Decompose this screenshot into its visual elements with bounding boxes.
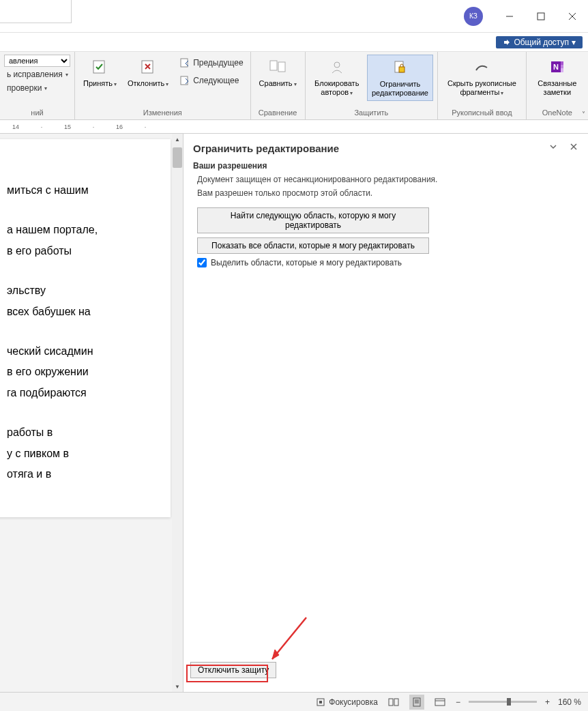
focus-icon — [315, 697, 326, 708]
hide-ink-button[interactable]: Скрыть рукописные фрагменты — [442, 55, 522, 100]
document-page[interactable]: миться с нашим а нашем портале,в его раб… — [0, 139, 171, 517]
onenote-group-label: OneNote — [531, 108, 584, 118]
show-markup-item[interactable]: ь исправления — [4, 68, 70, 81]
web-layout-view[interactable] — [432, 695, 447, 710]
print-layout-view[interactable] — [409, 695, 424, 710]
show-all-regions-button[interactable]: Показать все области, которые я могу ред… — [197, 237, 429, 254]
share-button[interactable]: Общий доступ ▾ — [496, 36, 583, 48]
ribbon-tab-row: Общий доступ ▾ — [0, 33, 588, 52]
scroll-up-arrow[interactable]: ▲ — [172, 134, 183, 145]
svg-rect-23 — [394, 699, 398, 706]
permissions-text: Вам разрешен только просмотр этой област… — [197, 187, 578, 199]
find-next-region-button[interactable]: Найти следующую область, которую я могу … — [197, 207, 429, 233]
statusbar: Фокусировка − + 160 % — [0, 692, 588, 711]
changes-group-label: Изменения — [79, 108, 246, 118]
zoom-slider[interactable] — [469, 701, 537, 703]
svg-line-18 — [272, 618, 306, 659]
permissions-section-title: Ваши разрешения — [193, 161, 578, 171]
pane-dropdown-button[interactable] — [548, 142, 558, 154]
svg-marker-19 — [272, 650, 279, 659]
svg-rect-17 — [561, 68, 563, 72]
compare-group-label: Сравнение — [255, 108, 301, 118]
svg-point-10 — [334, 62, 340, 68]
svg-rect-28 — [435, 699, 445, 706]
next-change-button[interactable]: Следующее — [175, 72, 246, 89]
svg-rect-4 — [93, 61, 104, 73]
restrict-icon — [390, 58, 409, 77]
block-authors-icon — [327, 57, 347, 76]
zoom-slider-thumb[interactable] — [507, 698, 511, 706]
next-icon — [178, 74, 192, 87]
accept-icon — [90, 57, 109, 76]
user-avatar[interactable]: КЗ — [464, 7, 483, 26]
collapse-ribbon-button[interactable]: ˅ — [582, 111, 585, 118]
maximize-button[interactable] — [525, 0, 557, 33]
permissions-text: Документ защищен от несанкционированного… — [197, 173, 578, 186]
scroll-down-arrow[interactable]: ▼ — [172, 681, 183, 692]
ribbon: авления ь исправления проверки ний Приня… — [0, 52, 588, 120]
protect-group-label: Защитить — [310, 108, 434, 118]
svg-rect-22 — [389, 699, 393, 706]
reviewing-pane-item[interactable]: проверки — [4, 82, 70, 94]
focus-mode-button[interactable]: Фокусировка — [315, 697, 378, 708]
zoom-out-button[interactable]: − — [456, 697, 460, 707]
share-icon — [503, 38, 511, 46]
tracking-group-label: ний — [4, 108, 70, 118]
titlebar: КЗ — [0, 0, 588, 33]
document-area[interactable]: миться с нашим а нашем портале,в его раб… — [0, 134, 183, 692]
svg-rect-21 — [319, 701, 322, 703]
title-box — [0, 0, 72, 23]
pane-title: Ограничить редактирование — [193, 143, 339, 154]
svg-rect-1 — [538, 13, 544, 20]
highlight-checkbox-input[interactable] — [197, 258, 207, 267]
doc-text: миться с нашим — [7, 180, 157, 201]
zoom-in-button[interactable]: + — [545, 697, 550, 707]
svg-rect-8 — [270, 61, 277, 70]
svg-rect-9 — [278, 62, 285, 72]
restrict-editing-pane: Ограничить редактирование Ваши разрешени… — [183, 134, 588, 692]
restrict-editing-button[interactable]: Ограничить редактирование — [367, 55, 433, 101]
share-label: Общий доступ — [514, 38, 569, 47]
horizontal-ruler[interactable]: 14 · 15 · 16 · — [0, 120, 588, 134]
block-authors-button: Блокировать авторов — [310, 55, 364, 100]
compare-icon — [268, 57, 287, 76]
svg-rect-15 — [561, 61, 563, 65]
stop-protection-button[interactable]: Отключить защиту — [190, 662, 276, 678]
zoom-level[interactable]: 160 % — [558, 697, 581, 707]
doc-text: ческий сисадминв его окружениига подбира… — [7, 341, 157, 403]
compare-button[interactable]: Сравнить — [255, 55, 301, 91]
chevron-down-icon: ▾ — [572, 38, 576, 47]
accept-button[interactable]: Принять — [79, 55, 121, 91]
previous-icon — [178, 56, 192, 70]
svg-rect-12 — [399, 67, 405, 72]
vertical-scrollbar[interactable]: ▲ ▼ — [172, 134, 183, 692]
svg-rect-16 — [561, 65, 563, 68]
reject-icon — [138, 57, 158, 76]
scroll-thumb[interactable] — [173, 147, 182, 168]
read-mode-view[interactable] — [386, 695, 401, 710]
ink-group-label: Рукописный ввод — [442, 108, 522, 118]
doc-text: работы ву с пивком вотяга и в — [7, 422, 157, 484]
close-button[interactable] — [557, 0, 588, 33]
reject-button[interactable]: Отклонить — [123, 55, 173, 91]
svg-rect-24 — [413, 698, 420, 706]
onenote-icon: N — [548, 57, 567, 76]
ink-icon — [472, 57, 491, 76]
annotation-arrow — [265, 614, 320, 669]
doc-text: эльствувсех бабушек на — [7, 280, 157, 322]
onenote-button[interactable]: N Связанные заметки — [531, 55, 584, 100]
doc-text: а нашем портале,в его работы — [7, 220, 157, 261]
highlight-regions-checkbox[interactable]: Выделить области, которые я могу редакти… — [197, 258, 578, 267]
markup-dropdown[interactable]: авления — [4, 55, 70, 67]
pane-close-button[interactable] — [569, 142, 578, 154]
minimize-button[interactable] — [494, 0, 525, 33]
svg-text:N: N — [553, 63, 559, 71]
previous-change-button[interactable]: Предыдущее — [175, 55, 246, 71]
